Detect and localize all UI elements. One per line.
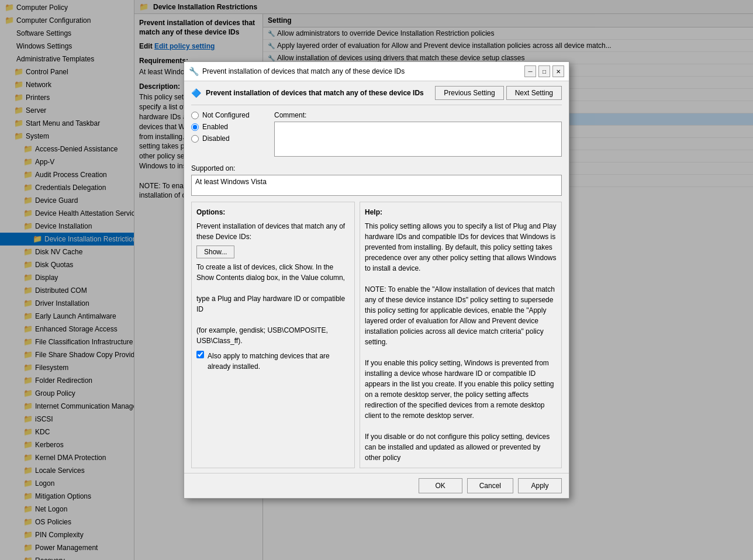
apply-button[interactable]: Apply <box>518 478 562 493</box>
modal-footer: OK Cancel Apply <box>184 473 569 498</box>
modal-policy-icon: 🔷 <box>191 88 201 98</box>
also-apply-checkbox[interactable] <box>196 351 204 358</box>
not-configured-radio[interactable] <box>191 112 199 119</box>
comment-textarea[interactable] <box>274 122 562 157</box>
not-configured-label: Not Configured <box>202 111 250 119</box>
modal-title: Prevent installation of devices that mat… <box>202 67 405 75</box>
modal-titlebar: 🔧 Prevent installation of devices that m… <box>184 62 569 81</box>
enabled-radio[interactable] <box>191 123 199 131</box>
cancel-button[interactable]: Cancel <box>467 478 513 493</box>
help-section: Help: This policy setting allows you to … <box>360 202 562 468</box>
modal-dialog: 🔧 Prevent installation of devices that m… <box>184 61 569 499</box>
not-configured-option[interactable]: Not Configured <box>191 111 267 119</box>
options-section: Options: Prevent installation of devices… <box>191 202 355 468</box>
options-detail: To create a list of devices, click Show.… <box>196 262 350 346</box>
radio-comment-area: Not Configured Enabled Disabled Comment: <box>191 111 562 158</box>
comment-label: Comment: <box>274 111 562 119</box>
disabled-option[interactable]: Disabled <box>191 134 267 143</box>
modal-maximize-button[interactable]: □ <box>538 65 550 77</box>
enabled-option[interactable]: Enabled <box>191 123 267 131</box>
modal-top-bar-title: Prevent installation of devices that mat… <box>206 89 424 97</box>
options-title: Options: <box>196 207 350 217</box>
disabled-radio[interactable] <box>191 135 199 143</box>
options-text: Prevent installation of devices that mat… <box>196 221 350 242</box>
prev-setting-button[interactable]: Previous Setting <box>435 86 503 100</box>
modal-nav-buttons: Previous Setting Next Setting <box>435 86 562 100</box>
modal-titlebar-controls: ─ □ ✕ <box>524 65 564 77</box>
modal-top-bar-left: 🔷 Prevent installation of devices that m… <box>191 88 435 98</box>
supported-section: Supported on: At least Windows Vista <box>191 164 562 196</box>
comment-section: Comment: <box>274 111 562 158</box>
supported-box: At least Windows Vista <box>191 175 562 196</box>
modal-titlebar-left: 🔧 Prevent installation of devices that m… <box>189 67 405 76</box>
supported-label: Supported on: <box>191 164 562 172</box>
checkbox-label: Also apply to matching devices that are … <box>208 351 350 372</box>
help-title: Help: <box>365 207 557 217</box>
modal-top-bar: 🔷 Prevent installation of devices that m… <box>191 86 562 105</box>
supported-value: At least Windows Vista <box>195 178 267 186</box>
radio-group: Not Configured Enabled Disabled <box>191 111 267 158</box>
disabled-label: Disabled <box>202 134 230 143</box>
help-text: This policy setting allows you to specif… <box>365 221 557 463</box>
modal-close-button[interactable]: ✕ <box>552 65 564 77</box>
options-help-area: Options: Prevent installation of devices… <box>191 202 562 468</box>
ok-button[interactable]: OK <box>419 478 462 493</box>
show-button[interactable]: Show... <box>196 246 234 258</box>
modal-overlay: 🔧 Prevent installation of devices that m… <box>0 0 753 560</box>
modal-titlebar-icon: 🔧 <box>189 67 199 76</box>
next-setting-button[interactable]: Next Setting <box>506 86 562 100</box>
modal-minimize-button[interactable]: ─ <box>524 65 536 77</box>
modal-body: 🔷 Prevent installation of devices that m… <box>184 81 569 473</box>
enabled-label: Enabled <box>202 123 228 131</box>
checkbox-row: Also apply to matching devices that are … <box>196 351 350 372</box>
